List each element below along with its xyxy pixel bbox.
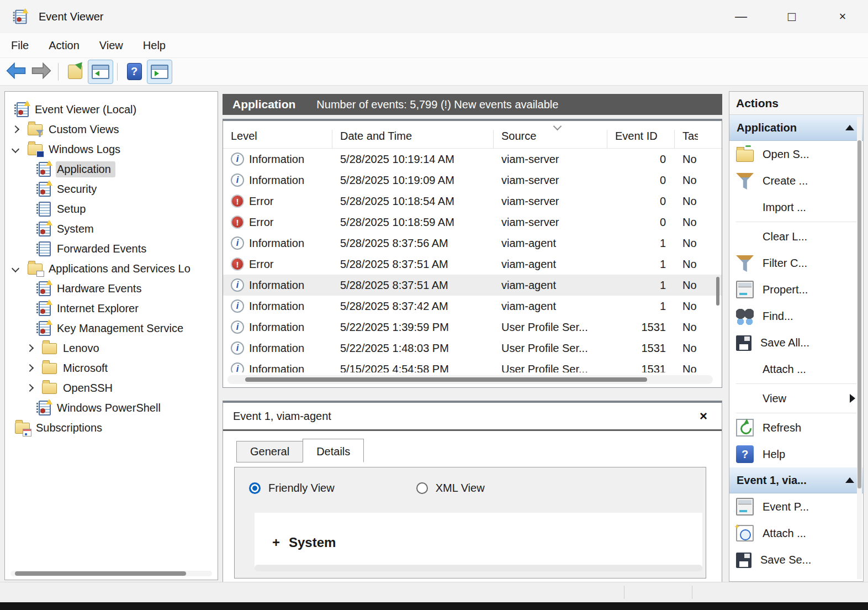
tree-item-openssh[interactable]: OpenSSH [5, 378, 218, 398]
event-row[interactable]: iInformation 5/22/2025 1:39:59 PM User P… [223, 317, 722, 338]
action-event-properties[interactable]: Event P... [729, 493, 863, 520]
help-button[interactable]: ? [121, 60, 147, 84]
event-row[interactable]: iInformation 5/22/2025 1:48:03 PM User P… [223, 338, 722, 359]
actions-section-event[interactable]: Event 1, via... [729, 467, 863, 493]
action-label: Filter C... [763, 257, 807, 270]
collapse-triangle-icon[interactable] [845, 125, 854, 130]
show-action-pane-button[interactable] [147, 60, 172, 84]
action-save-selected-events[interactable]: Save Se... [729, 546, 863, 573]
expand-plus-icon[interactable]: + [272, 535, 280, 550]
tree-item-hardware-events[interactable]: Hardware Events [5, 278, 218, 298]
event-row[interactable]: !Error 5/28/2025 10:18:54 AM viam-server… [223, 191, 722, 212]
tree-item-microsoft[interactable]: Microsoft [5, 358, 218, 378]
friendly-view-scrollbar[interactable] [255, 565, 702, 571]
action-attach-task[interactable]: Attach ... [729, 356, 863, 382]
action-create-custom-view[interactable]: Create ... [729, 167, 863, 194]
tree-item-windows-powershell[interactable]: Windows PowerShell [5, 398, 218, 418]
menu-file[interactable]: File [0, 33, 39, 57]
maximize-button[interactable]: □ [766, 0, 817, 33]
menu-action[interactable]: Action [39, 33, 89, 57]
action-import-custom-view[interactable]: Import ... [729, 194, 863, 220]
actions-section-application[interactable]: Application [729, 115, 863, 141]
action-properties[interactable]: Propert... [729, 276, 863, 303]
source-cell: User Profile Ser... [494, 342, 607, 355]
tree-item-custom-views[interactable]: Custom Views [5, 119, 218, 139]
scrollbar-thumb[interactable] [245, 377, 647, 382]
close-icon[interactable]: × [700, 408, 707, 424]
chevron-right-icon[interactable] [26, 364, 34, 372]
menu-help[interactable]: Help [133, 33, 176, 57]
tree-item-security[interactable]: Security [5, 179, 218, 199]
folder-icon [42, 363, 57, 374]
tree-item-subscriptions[interactable]: Subscriptions [5, 418, 218, 438]
menu-view[interactable]: View [89, 33, 133, 57]
open-saved-log-button[interactable] [62, 60, 88, 84]
column-header-level[interactable]: Level [223, 130, 332, 148]
action-pane-icon [151, 65, 168, 79]
minimize-button[interactable]: — [716, 0, 766, 33]
back-button[interactable] [3, 60, 29, 84]
event-row-selected[interactable]: iInformation 5/28/2025 8:37:51 AM viam-a… [223, 275, 722, 296]
friendly-view-radio[interactable] [249, 482, 261, 494]
tree-item-applications-and-services-logs[interactable]: Applications and Services Lo [5, 259, 218, 278]
tree-item-event-viewer-local[interactable]: Event Viewer (Local) [5, 99, 218, 119]
xml-view-label: XML View [436, 482, 485, 495]
action-icon-spacer [736, 198, 754, 216]
action-help[interactable]: ? Help [729, 441, 863, 467]
action-attach-task-to-event[interactable]: Attach ... [729, 520, 863, 546]
close-button[interactable]: × [817, 0, 868, 33]
tab-general[interactable]: General [236, 441, 303, 462]
column-header-source[interactable]: Source [494, 130, 607, 148]
column-header-task-category[interactable]: Tas [675, 130, 698, 148]
event-row[interactable]: iInformation 5/28/2025 10:19:14 AM viam-… [223, 149, 722, 170]
scrollbar-thumb[interactable] [15, 571, 186, 576]
event-row[interactable]: !Error 5/28/2025 10:18:59 AM viam-server… [223, 212, 722, 233]
event-list-vertical-scrollbar[interactable] [716, 150, 721, 371]
tree-item-forwarded-events[interactable]: Forwarded Events [5, 239, 218, 259]
column-header-event-id[interactable]: Event ID [607, 130, 675, 148]
event-list-horizontal-scrollbar[interactable] [227, 375, 713, 384]
tree-item-windows-logs[interactable]: Windows Logs [5, 139, 218, 159]
action-filter-current-log[interactable]: Filter C... [729, 250, 863, 276]
tab-details[interactable]: Details [303, 439, 364, 462]
chevron-down-icon[interactable] [12, 265, 19, 272]
action-find[interactable]: Find... [729, 303, 863, 329]
system-node[interactable]: + System [255, 513, 702, 550]
event-row[interactable]: !Error 5/28/2025 8:37:51 AM viam-agent 1… [223, 254, 722, 275]
action-save-all-events[interactable]: Save All... [729, 329, 863, 356]
chevron-down-icon[interactable] [12, 145, 19, 153]
action-open-saved-log[interactable]: Open S... [729, 141, 863, 167]
show-console-tree-button[interactable] [88, 60, 113, 84]
column-header-date-and-time[interactable]: Date and Time [332, 130, 494, 148]
tree-item-internet-explorer[interactable]: Internet Explorer [5, 298, 218, 318]
scrollbar-thumb[interactable] [858, 140, 861, 488]
chevron-right-icon[interactable] [12, 125, 19, 133]
event-row[interactable]: iInformation 5/15/2025 4:54:58 PM User P… [223, 359, 722, 372]
action-label: Open S... [763, 148, 809, 161]
event-log-icon [39, 281, 51, 296]
tree-item-setup[interactable]: Setup [5, 199, 218, 219]
xml-view-radio[interactable] [416, 482, 428, 494]
tree-item-system[interactable]: System [5, 219, 218, 239]
chevron-right-icon[interactable] [26, 344, 34, 352]
chevron-right-icon[interactable] [26, 384, 34, 392]
date-cell: 5/28/2025 10:19:14 AM [332, 153, 494, 166]
actions-vertical-scrollbar[interactable] [857, 117, 862, 579]
tree-item-key-management-service[interactable]: Key Management Service [5, 318, 218, 338]
toolbar-separator [117, 63, 118, 81]
scrollbar-thumb[interactable] [716, 277, 719, 306]
tree-item-application[interactable]: Application [5, 159, 218, 179]
event-row[interactable]: iInformation 5/28/2025 8:37:42 AM viam-a… [223, 296, 722, 317]
action-view-submenu[interactable]: View [729, 385, 863, 412]
action-clear-log[interactable]: Clear L... [729, 223, 863, 250]
event-id-cell: 1 [607, 300, 675, 313]
forward-button[interactable] [29, 60, 54, 84]
tree-item-lenovo[interactable]: Lenovo [5, 338, 218, 358]
toolbar: ? [0, 58, 868, 86]
event-row[interactable]: iInformation 5/28/2025 10:19:09 AM viam-… [223, 170, 722, 191]
save-icon [736, 335, 751, 351]
tree-horizontal-scrollbar[interactable] [10, 571, 212, 576]
collapse-triangle-icon[interactable] [845, 477, 854, 483]
event-row[interactable]: iInformation 5/28/2025 8:37:56 AM viam-a… [223, 233, 722, 254]
action-refresh[interactable]: Refresh [729, 414, 863, 441]
